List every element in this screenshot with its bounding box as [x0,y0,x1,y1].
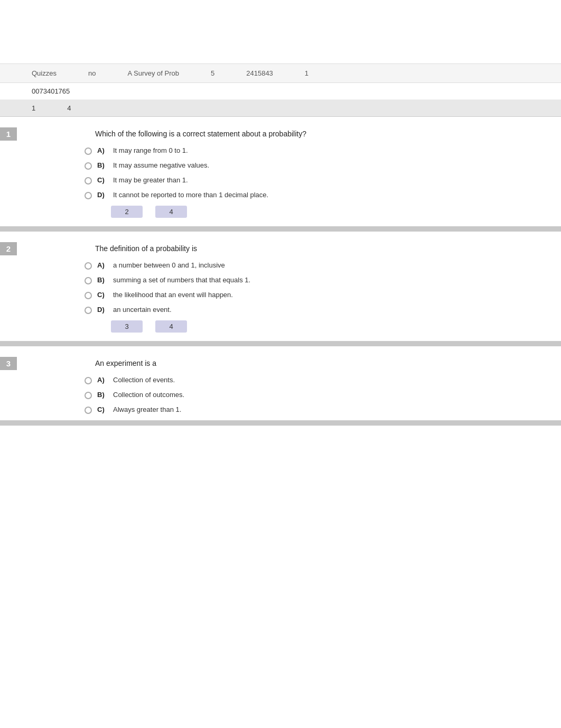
option-text: It cannot be reported to more than 1 dec… [113,191,268,199]
question-3: 3 An experiment is a A) Collection of ev… [0,346,561,426]
option-radio[interactable] [85,392,92,399]
option-radio[interactable] [85,277,92,284]
answer-row: 2 4 [111,206,529,218]
answer-option[interactable]: C) the likelihood that an event will hap… [85,291,529,299]
answer-row: 3 4 [111,320,529,333]
option-label: B) [97,276,109,284]
answer-option[interactable]: C) It may be greater than 1. [85,176,529,185]
option-label: A) [97,261,109,269]
answer-option[interactable]: A) Collection of events. [85,376,529,384]
option-label: D) [97,306,109,314]
answer-option[interactable]: B) Collection of outcomes. [85,391,529,399]
option-radio[interactable] [85,262,92,270]
question-block-2: 2 The definition of a probability is A) … [0,232,561,333]
question-1: 1 Which of the following is a correct st… [0,117,561,232]
question-number-badge: 3 [0,357,17,370]
answer-box-1: 2 [111,206,143,218]
option-radio[interactable] [85,407,92,414]
option-text: It may be greater than 1. [113,176,188,184]
question-number-badge: 1 [0,127,17,141]
option-text: Collection of outcomes. [113,391,184,399]
option-text: Always greater than 1. [113,406,181,413]
option-radio[interactable] [85,307,92,314]
option-text: the likelihood that an event will happen… [113,291,233,299]
option-label: C) [97,176,109,184]
option-label: B) [97,161,109,169]
header-course: A Survey of Prob [127,69,179,77]
answer-option[interactable]: B) It may assume negative values. [85,161,529,170]
answer-option[interactable]: A) a number between 0 and 1, inclusive [85,261,529,270]
option-label: C) [97,291,109,299]
answer-option[interactable]: D) It cannot be reported to more than 1 … [85,191,529,199]
question-text: An experiment is a [95,359,498,367]
answer-box-2: 4 [155,206,187,218]
option-label: B) [97,391,109,399]
student-id-row: 0073401765 [0,83,561,100]
score-col1: 1 [32,104,35,112]
option-radio[interactable] [85,292,92,299]
header-val: 1 [305,69,308,77]
answer-box-2: 4 [155,320,187,333]
header-type: Quizzes [32,69,57,77]
question-block-1: 1 Which of the following is a correct st… [0,117,561,218]
section-divider [0,226,561,232]
option-label: A) [97,146,109,154]
option-radio[interactable] [85,162,92,170]
option-radio[interactable] [85,148,92,155]
section-divider [0,341,561,346]
question-block-3: 3 An experiment is a A) Collection of ev… [0,346,561,414]
option-radio[interactable] [85,377,92,384]
score-row: 1 4 [0,100,561,117]
answer-box-1: 3 [111,320,143,333]
questions-container: 1 Which of the following is a correct st… [0,117,561,426]
option-label: A) [97,376,109,384]
option-radio[interactable] [85,192,92,199]
question-text: Which of the following is a correct stat… [95,130,498,138]
option-text: It may assume negative values. [113,161,209,169]
option-label: D) [97,191,109,199]
option-text: summing a set of numbers that that equal… [113,276,250,284]
answer-option[interactable]: A) It may range from 0 to 1. [85,146,529,155]
option-text: an uncertain event. [113,306,172,314]
score-col2: 4 [67,104,71,112]
header-number: 5 [211,69,214,77]
header-id: 2415843 [246,69,273,77]
student-id: 0073401765 [32,87,70,95]
header-bar: Quizzes no A Survey of Prob 5 2415843 1 [0,63,561,83]
question-2: 2 The definition of a probability is A) … [0,232,561,346]
question-number-badge: 2 [0,242,17,255]
answer-option[interactable]: C) Always greater than 1. [85,406,529,414]
answer-option[interactable]: B) summing a set of numbers that that eq… [85,276,529,284]
header-field1: no [88,69,96,77]
option-label: C) [97,406,109,413]
question-text: The definition of a probability is [95,244,498,253]
option-text: a number between 0 and 1, inclusive [113,261,225,269]
section-divider [0,420,561,426]
option-radio[interactable] [85,177,92,185]
answer-option[interactable]: D) an uncertain event. [85,306,529,314]
option-text: Collection of events. [113,376,175,384]
option-text: It may range from 0 to 1. [113,146,188,154]
